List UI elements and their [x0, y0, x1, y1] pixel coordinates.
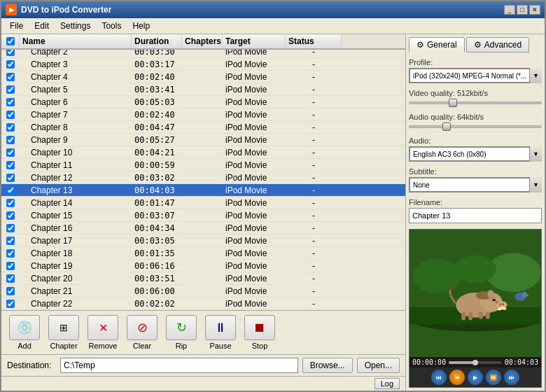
table-header: Name Duration Chapters Target Status	[1, 34, 405, 50]
table-row[interactable]: Chapter 1000:04:21iPod Movie-	[1, 146, 405, 159]
row-checkbox[interactable]	[6, 111, 15, 119]
add-button[interactable]: 💿 Add	[7, 315, 42, 350]
row-checkbox[interactable]	[6, 73, 15, 81]
header-name[interactable]: Name	[20, 34, 132, 48]
destination-input[interactable]	[60, 358, 298, 373]
browse-button[interactable]: Browse...	[302, 358, 353, 373]
video-quality-thumb[interactable]	[449, 99, 457, 107]
row-checkbox[interactable]	[6, 136, 15, 144]
table-row[interactable]: Chapter 300:03:17iPod Movie-	[1, 58, 405, 71]
row-checkbox[interactable]	[6, 174, 15, 182]
table-row[interactable]: Chapter 2000:03:51iPod Movie-	[1, 272, 405, 285]
subtitle-dropdown-arrow[interactable]: ▼	[529, 177, 542, 192]
table-row[interactable]: Chapter 1900:06:16iPod Movie-	[1, 260, 405, 272]
rip-button[interactable]: ↻ Rip	[164, 315, 199, 350]
table-row[interactable]: Chapter 2100:06:00iPod Movie-	[1, 285, 405, 298]
row-status: -	[286, 248, 342, 259]
time-progress[interactable]	[449, 361, 502, 364]
table-row[interactable]: Chapter 1600:04:34iPod Movie-	[1, 222, 405, 234]
subtitle-select[interactable]: None ▼	[409, 177, 542, 192]
row-checkbox[interactable]	[6, 85, 15, 94]
header-duration[interactable]: Duration	[132, 34, 182, 48]
audio-select-display[interactable]: English AC3 6ch (0x80)	[409, 146, 542, 162]
row-checkbox[interactable]	[6, 300, 15, 308]
table-row[interactable]: Chapter 1400:01:47iPod Movie-	[1, 197, 405, 209]
menu-edit[interactable]: Edit	[29, 20, 55, 32]
stop-button[interactable]: ⏹ Stop	[242, 315, 277, 350]
row-checkbox[interactable]	[6, 148, 15, 157]
table-row[interactable]: Chapter 400:02:40iPod Movie-	[1, 71, 405, 83]
row-checkbox[interactable]	[6, 262, 15, 270]
row-duration: 00:06:00	[132, 286, 182, 297]
video-quality-slider[interactable]	[409, 102, 542, 104]
table-row[interactable]: Chapter 200:03:30iPod Movie-	[1, 50, 405, 58]
row-name: Chapter 12	[20, 172, 132, 183]
close-button[interactable]: ✕	[529, 5, 540, 15]
profile-dropdown-arrow[interactable]: ▼	[529, 68, 542, 83]
profile-select-display[interactable]: iPod (320x240) MPEG-4 Normal (*...	[409, 68, 542, 83]
row-checkbox[interactable]	[6, 50, 15, 56]
check-all-checkbox[interactable]	[6, 37, 15, 46]
row-checkbox[interactable]	[6, 224, 15, 232]
row-checkbox[interactable]	[6, 60, 15, 69]
prev-frame-button[interactable]: ⏪	[449, 370, 465, 385]
title-controls[interactable]: _ □ ✕	[504, 5, 540, 15]
chapter-icon: ⊞	[48, 315, 79, 340]
time-bar: 00:00:00 00:04:03	[410, 357, 541, 368]
menu-tools[interactable]: Tools	[96, 20, 127, 32]
play-button[interactable]: ▶	[468, 370, 483, 385]
table-row[interactable]: Chapter 1200:03:02iPod Movie-	[1, 172, 405, 184]
table-row[interactable]: Chapter 800:04:47iPod Movie-	[1, 121, 405, 134]
header-status[interactable]: Status	[286, 34, 342, 48]
skip-forward-button[interactable]: ⏭	[504, 370, 519, 385]
row-checkbox[interactable]	[6, 287, 15, 295]
minimize-button[interactable]: _	[504, 5, 515, 15]
row-checkbox[interactable]	[6, 186, 15, 195]
table-row[interactable]: Chapter 1500:03:07iPod Movie-	[1, 209, 405, 222]
subtitle-select-display[interactable]: None	[409, 177, 542, 192]
clear-button[interactable]: ⊘ Clear	[125, 315, 160, 350]
profile-select[interactable]: iPod (320x240) MPEG-4 Normal (*... ▼	[409, 68, 542, 83]
filename-input[interactable]	[409, 208, 542, 223]
pause-button[interactable]: ⏸ Pause	[203, 315, 238, 350]
table-row[interactable]: Chapter 1100:00:59iPod Movie-	[1, 159, 405, 172]
row-target: iPod Movie	[223, 84, 286, 95]
header-chapters[interactable]: Chapters	[182, 34, 223, 48]
row-checkbox[interactable]	[6, 237, 15, 245]
row-checkbox[interactable]	[6, 98, 15, 106]
table-row[interactable]: Chapter 500:03:41iPod Movie-	[1, 83, 405, 96]
row-checkbox[interactable]	[6, 199, 15, 207]
skip-back-button[interactable]: ⏮	[431, 370, 447, 385]
row-checkbox[interactable]	[6, 274, 15, 283]
remove-button[interactable]: ✕ Remove	[85, 315, 120, 350]
chapter-button[interactable]: ⊞ Chapter	[46, 315, 81, 350]
tab-advanced[interactable]: ⚙ Advanced	[466, 37, 529, 52]
table-row[interactable]: Chapter 1700:03:05iPod Movie-	[1, 234, 405, 247]
table-row[interactable]: Chapter 2200:02:02iPod Movie-	[1, 298, 405, 310]
table-body[interactable]: Chapter 2400:04:58iPod Movie-Chapter 250…	[1, 50, 405, 310]
row-checkbox[interactable]	[6, 161, 15, 169]
maximize-button[interactable]: □	[517, 5, 528, 15]
header-target[interactable]: Target	[223, 34, 286, 48]
audio-dropdown-arrow[interactable]: ▼	[529, 146, 542, 162]
row-checkbox[interactable]	[6, 211, 15, 220]
menu-settings[interactable]: Settings	[55, 20, 96, 32]
next-frame-button[interactable]: ⏩	[486, 370, 501, 385]
open-button[interactable]: Open...	[357, 358, 400, 373]
audio-quality-slider[interactable]	[409, 125, 542, 128]
row-checkbox[interactable]	[6, 249, 15, 258]
time-thumb[interactable]	[472, 360, 478, 365]
menu-help[interactable]: Help	[127, 20, 155, 32]
menu-file[interactable]: File	[4, 20, 29, 32]
tab-general[interactable]: ⚙ General	[409, 37, 465, 52]
table-row[interactable]: Chapter 600:05:03iPod Movie-	[1, 96, 405, 108]
table-row[interactable]: Chapter 1800:01:35iPod Movie-	[1, 247, 405, 260]
table-row[interactable]: Chapter 700:02:40iPod Movie-	[1, 108, 405, 121]
audio-select[interactable]: English AC3 6ch (0x80) ▼	[409, 146, 542, 162]
table-row[interactable]: Chapter 900:05:27iPod Movie-	[1, 134, 405, 146]
audio-quality-thumb[interactable]	[442, 122, 451, 131]
row-checkbox[interactable]	[6, 123, 15, 132]
table-row[interactable]: Chapter 1300:04:03iPod Movie-	[1, 184, 405, 197]
log-button[interactable]: Log	[374, 378, 400, 389]
stop-label: Stop	[252, 342, 268, 350]
